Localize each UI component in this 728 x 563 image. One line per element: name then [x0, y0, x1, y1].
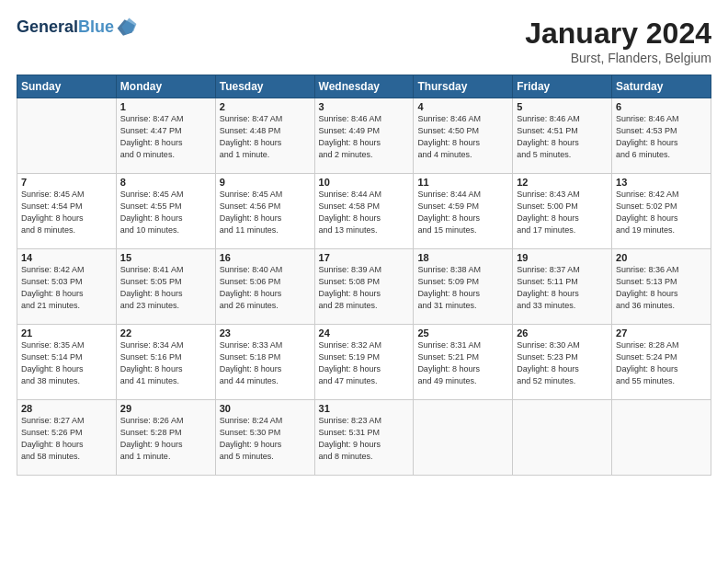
day-number: 12 — [517, 177, 608, 188]
day-of-week-thursday: Thursday — [414, 75, 513, 98]
calendar-cell: 3Sunrise: 8:46 AM Sunset: 4:49 PM Daylig… — [314, 98, 414, 174]
day-number: 10 — [319, 177, 410, 188]
day-info: Sunrise: 8:44 AM Sunset: 4:59 PM Dayligh… — [417, 189, 508, 236]
calendar-cell: 22Sunrise: 8:34 AM Sunset: 5:16 PM Dayli… — [116, 325, 215, 400]
calendar-cell: 28Sunrise: 8:27 AM Sunset: 5:26 PM Dayli… — [17, 400, 117, 476]
day-info: Sunrise: 8:45 AM Sunset: 4:54 PM Dayligh… — [21, 189, 112, 236]
day-info: Sunrise: 8:33 AM Sunset: 5:18 PM Dayligh… — [220, 339, 311, 387]
calendar-cell: 16Sunrise: 8:40 AM Sunset: 5:06 PM Dayli… — [215, 249, 314, 325]
day-number: 13 — [616, 177, 707, 188]
day-info: Sunrise: 8:46 AM Sunset: 4:51 PM Dayligh… — [517, 113, 608, 161]
day-number: 18 — [417, 252, 508, 263]
calendar-subtitle: Burst, Flanders, Belgium — [525, 51, 711, 65]
calendar-cell: 18Sunrise: 8:38 AM Sunset: 5:09 PM Dayli… — [414, 249, 513, 325]
day-number: 8 — [120, 177, 211, 188]
day-info: Sunrise: 8:39 AM Sunset: 5:08 PM Dayligh… — [319, 264, 410, 312]
day-info: Sunrise: 8:46 AM Sunset: 4:53 PM Dayligh… — [616, 113, 707, 161]
day-info: Sunrise: 8:41 AM Sunset: 5:05 PM Dayligh… — [120, 264, 211, 312]
calendar-cell: 26Sunrise: 8:30 AM Sunset: 5:23 PM Dayli… — [513, 325, 612, 400]
day-number: 19 — [517, 252, 608, 263]
day-number: 21 — [21, 327, 112, 339]
day-number: 24 — [319, 327, 410, 339]
day-number: 14 — [21, 252, 112, 263]
day-number: 30 — [220, 403, 311, 414]
day-number: 1 — [120, 101, 211, 112]
day-of-week-wednesday: Wednesday — [314, 75, 414, 98]
calendar-cell: 4Sunrise: 8:46 AM Sunset: 4:50 PM Daylig… — [414, 98, 513, 174]
day-number: 5 — [517, 101, 608, 112]
day-number: 17 — [319, 252, 410, 263]
day-number: 22 — [120, 327, 211, 339]
logo-icon — [116, 17, 138, 39]
day-info: Sunrise: 8:38 AM Sunset: 5:09 PM Dayligh… — [417, 264, 508, 312]
day-info: Sunrise: 8:43 AM Sunset: 5:00 PM Dayligh… — [517, 189, 608, 236]
day-info: Sunrise: 8:31 AM Sunset: 5:21 PM Dayligh… — [417, 339, 508, 387]
calendar-cell: 29Sunrise: 8:26 AM Sunset: 5:28 PM Dayli… — [116, 400, 215, 476]
title-block: January 2024 Burst, Flanders, Belgium — [525, 17, 711, 65]
calendar-cell: 17Sunrise: 8:39 AM Sunset: 5:08 PM Dayli… — [314, 249, 414, 325]
day-info: Sunrise: 8:24 AM Sunset: 5:30 PM Dayligh… — [220, 415, 311, 463]
day-info: Sunrise: 8:36 AM Sunset: 5:13 PM Dayligh… — [616, 264, 707, 312]
calendar-cell: 5Sunrise: 8:46 AM Sunset: 4:51 PM Daylig… — [513, 98, 612, 174]
calendar-cell — [17, 98, 117, 174]
day-number: 27 — [616, 327, 707, 339]
calendar-cell: 23Sunrise: 8:33 AM Sunset: 5:18 PM Dayli… — [215, 325, 314, 400]
day-info: Sunrise: 8:45 AM Sunset: 4:56 PM Dayligh… — [220, 189, 311, 236]
day-info: Sunrise: 8:47 AM Sunset: 4:47 PM Dayligh… — [120, 113, 211, 161]
logo-text: GeneralBlue — [17, 18, 114, 37]
day-info: Sunrise: 8:34 AM Sunset: 5:16 PM Dayligh… — [120, 339, 211, 387]
day-number: 7 — [21, 177, 112, 188]
day-info: Sunrise: 8:30 AM Sunset: 5:23 PM Dayligh… — [517, 339, 608, 387]
logo: GeneralBlue — [17, 17, 138, 39]
week-row-5: 28Sunrise: 8:27 AM Sunset: 5:26 PM Dayli… — [17, 400, 711, 476]
day-of-week-friday: Friday — [513, 75, 612, 98]
day-number: 2 — [220, 101, 311, 112]
day-number: 11 — [417, 177, 508, 188]
day-number: 23 — [220, 327, 311, 339]
day-info: Sunrise: 8:47 AM Sunset: 4:48 PM Dayligh… — [220, 113, 311, 161]
calendar-cell: 20Sunrise: 8:36 AM Sunset: 5:13 PM Dayli… — [612, 249, 711, 325]
calendar-cell: 10Sunrise: 8:44 AM Sunset: 4:58 PM Dayli… — [314, 174, 414, 249]
calendar-title: January 2024 — [525, 17, 711, 51]
day-number: 15 — [120, 252, 211, 263]
day-of-week-saturday: Saturday — [612, 75, 711, 98]
day-number: 28 — [21, 403, 112, 414]
calendar-cell: 6Sunrise: 8:46 AM Sunset: 4:53 PM Daylig… — [612, 98, 711, 174]
calendar-cell: 31Sunrise: 8:23 AM Sunset: 5:31 PM Dayli… — [314, 400, 414, 476]
calendar-cell: 24Sunrise: 8:32 AM Sunset: 5:19 PM Dayli… — [314, 325, 414, 400]
day-info: Sunrise: 8:23 AM Sunset: 5:31 PM Dayligh… — [319, 415, 410, 463]
week-row-1: 1Sunrise: 8:47 AM Sunset: 4:47 PM Daylig… — [17, 98, 711, 174]
calendar-cell — [513, 400, 612, 476]
day-info: Sunrise: 8:27 AM Sunset: 5:26 PM Dayligh… — [21, 415, 112, 463]
day-info: Sunrise: 8:44 AM Sunset: 4:58 PM Dayligh… — [319, 189, 410, 236]
header: GeneralBlue January 2024 Burst, Flanders… — [17, 17, 711, 65]
week-row-3: 14Sunrise: 8:42 AM Sunset: 5:03 PM Dayli… — [17, 249, 711, 325]
day-info: Sunrise: 8:32 AM Sunset: 5:19 PM Dayligh… — [319, 339, 410, 387]
calendar-cell: 13Sunrise: 8:42 AM Sunset: 5:02 PM Dayli… — [612, 174, 711, 249]
week-row-4: 21Sunrise: 8:35 AM Sunset: 5:14 PM Dayli… — [17, 325, 711, 400]
day-info: Sunrise: 8:46 AM Sunset: 4:50 PM Dayligh… — [417, 113, 508, 161]
calendar-cell: 30Sunrise: 8:24 AM Sunset: 5:30 PM Dayli… — [215, 400, 314, 476]
calendar-cell: 19Sunrise: 8:37 AM Sunset: 5:11 PM Dayli… — [513, 249, 612, 325]
calendar-cell — [414, 400, 513, 476]
day-number: 20 — [616, 252, 707, 263]
calendar-cell: 27Sunrise: 8:28 AM Sunset: 5:24 PM Dayli… — [612, 325, 711, 400]
day-number: 16 — [220, 252, 311, 263]
calendar-cell: 12Sunrise: 8:43 AM Sunset: 5:00 PM Dayli… — [513, 174, 612, 249]
day-of-week-sunday: Sunday — [17, 75, 117, 98]
calendar-cell: 1Sunrise: 8:47 AM Sunset: 4:47 PM Daylig… — [116, 98, 215, 174]
calendar-cell: 14Sunrise: 8:42 AM Sunset: 5:03 PM Dayli… — [17, 249, 117, 325]
day-info: Sunrise: 8:37 AM Sunset: 5:11 PM Dayligh… — [517, 264, 608, 312]
day-of-week-monday: Monday — [116, 75, 215, 98]
calendar-cell: 21Sunrise: 8:35 AM Sunset: 5:14 PM Dayli… — [17, 325, 117, 400]
day-info: Sunrise: 8:45 AM Sunset: 4:55 PM Dayligh… — [120, 189, 211, 236]
day-number: 25 — [417, 327, 508, 339]
day-info: Sunrise: 8:42 AM Sunset: 5:03 PM Dayligh… — [21, 264, 112, 312]
calendar-cell: 7Sunrise: 8:45 AM Sunset: 4:54 PM Daylig… — [17, 174, 117, 249]
calendar-cell: 25Sunrise: 8:31 AM Sunset: 5:21 PM Dayli… — [414, 325, 513, 400]
day-info: Sunrise: 8:35 AM Sunset: 5:14 PM Dayligh… — [21, 339, 112, 387]
calendar-cell: 9Sunrise: 8:45 AM Sunset: 4:56 PM Daylig… — [215, 174, 314, 249]
calendar-table: SundayMondayTuesdayWednesdayThursdayFrid… — [17, 75, 711, 476]
day-number: 29 — [120, 403, 211, 414]
day-number: 3 — [319, 101, 410, 112]
